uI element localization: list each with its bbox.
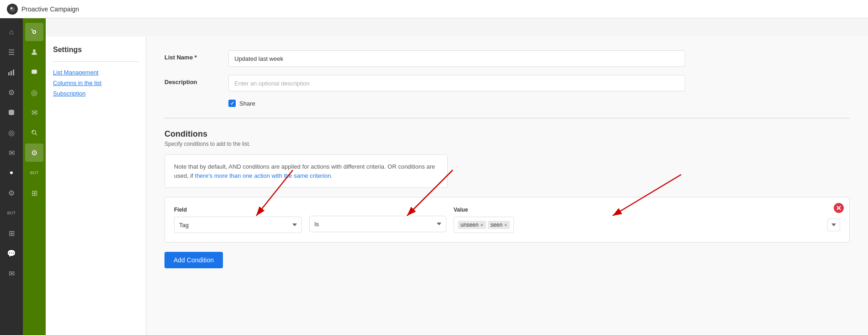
tags-input-area[interactable]: unseen × seen ×: [454, 217, 514, 233]
field-select[interactable]: Tag Email Name Date: [174, 217, 302, 233]
tags-dropdown-btn[interactable]: [827, 218, 840, 231]
settings-sidebar: Settings List Management Columns in the …: [46, 37, 146, 335]
conditions-info-box: Note that by default, AND conditions are…: [164, 154, 448, 188]
remove-unseen-tag[interactable]: ×: [480, 223, 483, 228]
nav-chat[interactable]: ☰: [2, 43, 21, 61]
green-nav-gear[interactable]: ⚙: [25, 144, 43, 162]
share-content: Share: [228, 100, 255, 107]
nav-list-management[interactable]: List Management: [53, 67, 138, 78]
app-title: Proactive Campaign: [21, 5, 79, 13]
share-group: Share: [164, 100, 850, 107]
green-nav-mail[interactable]: ✉: [25, 103, 43, 122]
green-sidebar: ◎ ✉ ⚙ BOT ⊞: [23, 18, 46, 335]
svg-point-10: [33, 49, 36, 52]
description-group: Description: [164, 75, 850, 91]
svg-point-6: [10, 171, 13, 174]
top-bar: Proactive Campaign: [0, 0, 868, 18]
nav-database[interactable]: [2, 103, 21, 122]
condition-operator-group: Is Is not Contains Does not contain: [309, 207, 446, 232]
info-link[interactable]: there's more than one action with the sa…: [195, 172, 333, 179]
nav-mail[interactable]: ✉: [2, 144, 21, 162]
list-name-input[interactable]: [228, 50, 685, 67]
nav-bar: ⌂ ☰ ⚙ ◎ ✉ ⚙ BOT ⊞: [0, 18, 23, 335]
svg-rect-3: [11, 71, 12, 75]
svg-point-8: [33, 31, 35, 33]
delete-condition-btn[interactable]: [834, 203, 844, 213]
description-label: Description: [164, 75, 219, 85]
share-checkbox[interactable]: [228, 100, 236, 107]
svg-line-13: [35, 133, 37, 135]
conditions-subtitle: Specify conditions to add to the list.: [164, 141, 850, 147]
nav-chart[interactable]: [2, 63, 21, 81]
condition-field-group: Field Tag Email Name Date: [174, 207, 302, 233]
nav-message[interactable]: 💬: [2, 244, 21, 262]
svg-point-0: [10, 6, 15, 12]
info-text: Note that by default, AND conditions are…: [174, 162, 438, 180]
green-nav-circle[interactable]: ◎: [25, 83, 43, 101]
nav-columns-in-list[interactable]: Columns in the list: [53, 78, 138, 88]
nav-gear2[interactable]: ⚙: [2, 184, 21, 202]
nav-grid[interactable]: ⊞: [2, 224, 21, 242]
nav-settings[interactable]: ⚙: [2, 83, 21, 101]
green-nav-grid[interactable]: ⊞: [25, 184, 43, 202]
operator-select[interactable]: Is Is not Contains Does not contain: [309, 216, 446, 232]
field-label: Field: [174, 207, 302, 213]
tag-seen: seen ×: [488, 221, 510, 229]
svg-point-9: [32, 29, 33, 31]
list-name-group: List Name *: [164, 50, 850, 67]
nav-circle[interactable]: ◎: [2, 123, 21, 142]
tag-unseen: unseen ×: [458, 221, 486, 229]
green-nav-proactive[interactable]: [25, 23, 43, 41]
conditions-title: Conditions: [164, 129, 850, 139]
list-name-label: List Name *: [164, 50, 219, 61]
svg-rect-2: [8, 72, 10, 75]
svg-rect-4: [13, 69, 14, 75]
green-nav-bots[interactable]: BOT: [25, 164, 43, 182]
share-label: Share: [239, 100, 255, 107]
nav-home[interactable]: ⌂: [2, 23, 21, 41]
description-input[interactable]: [228, 75, 685, 91]
nav-bots[interactable]: BOT: [2, 204, 21, 222]
nav-star[interactable]: [2, 164, 21, 182]
content-area: List Name * Description Share Conditions…: [146, 37, 868, 335]
settings-title: Settings: [53, 46, 138, 54]
app-icon: [7, 4, 18, 15]
nav-subscription[interactable]: Subscription: [53, 88, 138, 99]
green-nav-contacts[interactable]: [25, 43, 43, 61]
add-condition-button[interactable]: Add Condition: [164, 252, 223, 268]
condition-row: Field Tag Email Name Date Is Is not: [174, 207, 840, 233]
value-label: Value: [454, 207, 840, 213]
nav-inbox[interactable]: ✉: [2, 264, 21, 282]
condition-value-group: Value unseen × seen ×: [454, 207, 840, 233]
svg-point-14: [32, 131, 34, 132]
remove-seen-tag[interactable]: ×: [504, 223, 507, 228]
condition-card: Field Tag Email Name Date Is Is not: [164, 197, 850, 243]
green-nav-search[interactable]: [25, 123, 43, 142]
green-nav-database[interactable]: [25, 63, 43, 81]
svg-point-1: [11, 7, 12, 9]
